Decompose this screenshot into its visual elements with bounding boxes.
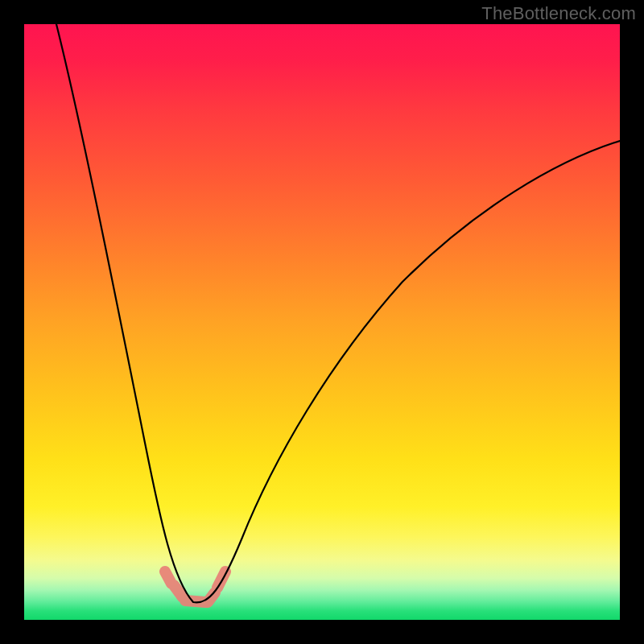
bottleneck-curve	[56, 24, 620, 602]
bottleneck-curve-svg	[24, 24, 620, 620]
chart-frame: TheBottleneck.com	[0, 0, 644, 644]
valley-marker	[165, 572, 225, 602]
watermark-text: TheBottleneck.com	[481, 3, 636, 24]
plot-area	[24, 24, 620, 620]
